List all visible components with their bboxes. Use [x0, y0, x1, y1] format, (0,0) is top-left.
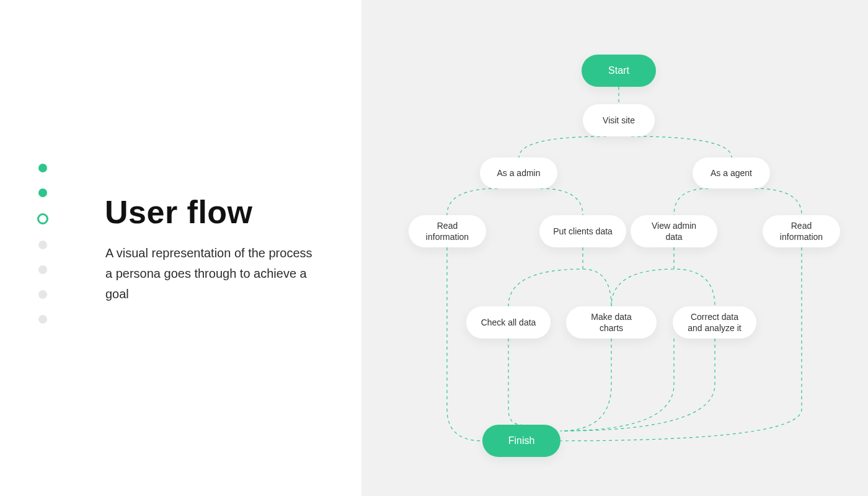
flow-canvas: Start Visit site As a admin As a agent R… [361, 0, 868, 496]
node-make-data-charts: Make data charts [566, 306, 657, 339]
dot-5[interactable] [38, 265, 47, 274]
node-read-info-left: Read information [409, 215, 486, 247]
page-title: User flow [105, 193, 253, 231]
progress-dots [38, 164, 48, 324]
node-check-all-data: Check all data [466, 306, 551, 339]
node-as-agent: As a agent [693, 157, 770, 188]
node-start: Start [582, 55, 656, 87]
node-put-clients-data: Put clients data [539, 215, 626, 247]
node-finish: Finish [482, 425, 560, 457]
page-subtitle: A visual representation of the process a… [105, 243, 316, 304]
dot-4[interactable] [38, 241, 47, 249]
dot-7[interactable] [38, 315, 47, 324]
dot-1[interactable] [38, 164, 47, 172]
node-view-admin-data: View admin data [631, 215, 717, 247]
node-visit-site: Visit site [583, 104, 655, 136]
dot-2[interactable] [38, 188, 47, 197]
node-as-admin: As a admin [480, 157, 557, 188]
dot-3-current[interactable] [37, 213, 48, 224]
left-panel: User flow A visual representation of the… [0, 0, 361, 496]
node-correct-analyze: Correct data and analyze it [673, 306, 756, 339]
dot-6[interactable] [38, 290, 47, 299]
node-read-info-right: Read information [763, 215, 840, 247]
